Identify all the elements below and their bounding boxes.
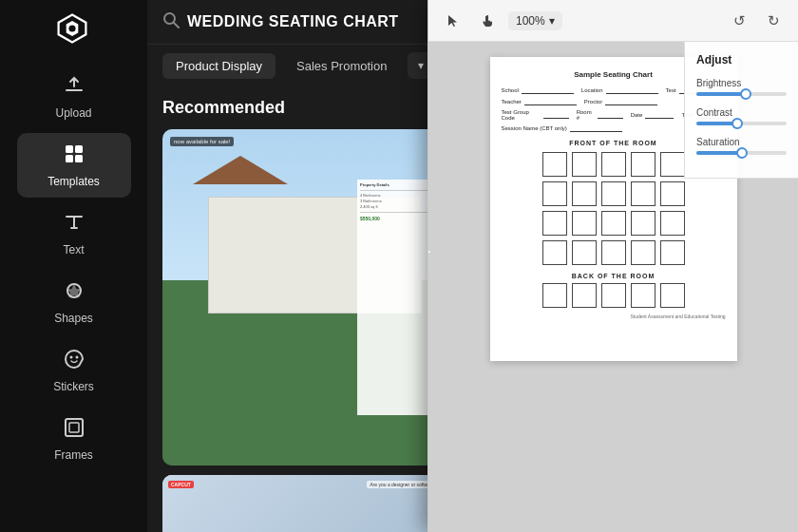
brightness-slider-thumb[interactable] <box>740 88 751 100</box>
seat <box>660 283 685 308</box>
cursor-tool-button[interactable] <box>440 8 466 34</box>
brightness-slider-track[interactable] <box>696 92 787 96</box>
capcut-logo <box>55 11 93 49</box>
group-code-line <box>543 111 569 119</box>
preview-toolbar: 100% ▾ ↺ ↻ <box>428 0 798 42</box>
brightness-slider-fill <box>696 92 746 96</box>
house-for-sale-label: now available for sale! <box>170 137 234 146</box>
doc-footer-text: Student Assessment and Educational Testi… <box>631 314 726 319</box>
seat <box>660 181 685 206</box>
seat <box>660 240 685 265</box>
seat <box>572 211 597 236</box>
sidebar-item-frames[interactable]: Frames <box>17 407 131 471</box>
seat <box>631 283 656 308</box>
stickers-icon <box>63 348 86 376</box>
location-line <box>606 86 658 94</box>
members-capcut-badge: CAPCUT <box>168 481 194 488</box>
search-icon <box>162 11 180 32</box>
test-label: Test <box>666 87 676 93</box>
adjust-title: Adjust <box>696 53 787 66</box>
tab-product-display[interactable]: Product Display <box>162 53 276 79</box>
text-label: Text <box>63 243 84 256</box>
svg-line-12 <box>174 23 179 28</box>
seat <box>572 181 597 206</box>
templates-icon <box>63 142 86 171</box>
teacher-label: Teacher <box>502 99 522 104</box>
sidebar-item-stickers[interactable]: Stickers <box>17 338 131 403</box>
zoom-chevron-icon: ▾ <box>549 14 555 28</box>
date-line <box>645 111 674 119</box>
contrast-slider-track[interactable] <box>696 122 787 125</box>
zoom-value: 100% <box>516 14 545 28</box>
brightness-label: Brightness <box>696 78 787 88</box>
sidebar-item-templates[interactable]: Templates <box>17 133 131 198</box>
svg-rect-5 <box>75 155 83 162</box>
saturation-slider-track[interactable] <box>696 151 787 155</box>
svg-rect-9 <box>66 419 83 436</box>
svg-rect-1 <box>66 89 83 91</box>
undo-icon: ↺ <box>733 12 746 29</box>
hand-tool-button[interactable] <box>474 8 501 34</box>
school-label: School <box>502 87 519 93</box>
seat <box>631 152 656 177</box>
saturation-label: Saturation <box>696 137 787 147</box>
teacher-line <box>524 98 577 105</box>
seat <box>542 181 567 206</box>
frames-label: Frames <box>54 448 93 462</box>
session-label: Session Name (CBT only) <box>502 125 567 131</box>
doc-footer: Student Assessment and Educational Testi… <box>502 314 726 319</box>
seat <box>542 283 567 308</box>
school-line <box>522 86 574 94</box>
saturation-slider-thumb[interactable] <box>736 147 748 159</box>
text-icon <box>63 211 86 239</box>
seat <box>631 240 656 265</box>
doc-field-session: Session Name (CBT only) <box>502 124 622 132</box>
frames-icon <box>63 416 86 445</box>
cursor-pointer <box>428 218 443 289</box>
svg-point-7 <box>69 356 72 359</box>
template-card-house[interactable]: now available for sale! Property Details… <box>162 129 468 466</box>
svg-rect-3 <box>75 145 83 153</box>
contrast-slider-thumb[interactable] <box>732 118 743 129</box>
brightness-row: Brightness <box>696 78 787 96</box>
templates-label: Templates <box>48 175 100 188</box>
seat <box>601 211 626 236</box>
seat <box>601 152 626 177</box>
doc-field-proctor: Proctor <box>584 98 657 105</box>
stickers-label: Stickers <box>53 380 94 393</box>
chevron-down-icon: ▾ <box>418 59 424 72</box>
svg-rect-4 <box>66 155 73 162</box>
doc-field-group-code: Test Group Code <box>502 109 569 121</box>
svg-point-0 <box>68 25 75 31</box>
redo-icon: ↻ <box>768 12 780 29</box>
doc-field-school: School <box>502 86 574 94</box>
upload-icon <box>63 74 86 103</box>
sidebar-item-shapes[interactable]: Shapes <box>17 270 131 334</box>
sidebar-item-upload[interactable]: Upload <box>17 65 131 129</box>
svg-marker-18 <box>428 228 428 277</box>
back-room-label: BACK OF THE ROOM <box>502 273 726 279</box>
location-label: Location <box>581 87 603 93</box>
sidebar-item-text[interactable]: Text <box>17 201 131 266</box>
seat <box>542 152 567 177</box>
seat-row-f2 <box>502 181 726 206</box>
doc-field-location: Location <box>581 86 658 94</box>
zoom-control[interactable]: 100% ▾ <box>508 11 562 30</box>
doc-field-date: Date <box>631 109 674 121</box>
saturation-row: Saturation <box>696 137 787 155</box>
saturation-slider-fill <box>696 151 742 155</box>
template-card-members[interactable]: CAPCUT Are you a designer or software de… <box>162 475 468 532</box>
seat <box>601 240 626 265</box>
seats-row-back <box>502 283 726 308</box>
redo-button[interactable]: ↻ <box>760 8 787 34</box>
seat <box>601 181 626 206</box>
seat <box>601 283 626 308</box>
undo-button[interactable]: ↺ <box>726 8 752 34</box>
adjust-panel: Adjust Brightness Contrast Saturation <box>684 42 798 179</box>
contrast-row: Contrast <box>696 107 787 125</box>
date-label: Date <box>631 112 643 118</box>
contrast-label: Contrast <box>696 107 787 118</box>
upload-label: Upload <box>55 106 91 120</box>
seat <box>572 152 597 177</box>
tab-sales-promotion[interactable]: Sales Promotion <box>283 53 400 79</box>
